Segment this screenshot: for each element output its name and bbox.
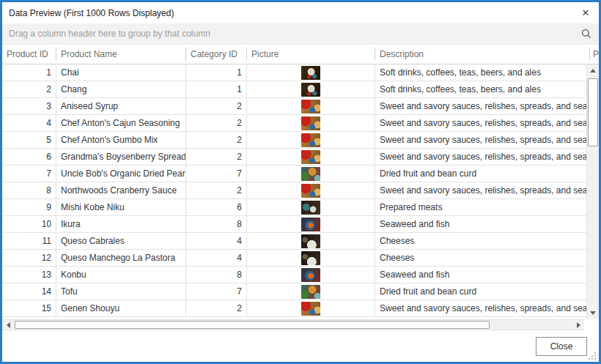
product-id-cell: 7	[2, 166, 56, 182]
table-row[interactable]: 8Northwoods Cranberry Sauce2Sweet and sa…	[2, 182, 599, 199]
table-row[interactable]: 9Mishi Kobe Niku6Prepared meats	[2, 199, 599, 216]
product-id-cell: 4	[2, 115, 56, 131]
column-header-product-id[interactable]: Product ID	[2, 45, 56, 64]
group-by-panel[interactable]: Drag a column header here to group by th…	[2, 23, 599, 44]
page-title: Data Preview (First 1000 Rows Displayed)	[9, 8, 174, 18]
search-icon[interactable]	[580, 28, 592, 40]
table-row[interactable]: 10Ikura8Seaweed and fish	[2, 216, 599, 233]
table-row[interactable]: 2Chang1Soft drinks, coffees, teas, beers…	[2, 81, 599, 98]
product-thumbnail	[301, 150, 320, 164]
product-id-cell: 8	[2, 182, 56, 198]
column-header-description[interactable]: Description	[375, 45, 590, 64]
product-name-cell: Chef Anton's Gumbo Mix	[56, 132, 186, 148]
product-id-cell: 6	[2, 149, 56, 165]
product-id-cell: 14	[2, 283, 56, 300]
description-cell: Sweet and savory sauces, relishes, sprea…	[375, 300, 599, 316]
column-header-clipped[interactable]: P	[590, 45, 599, 64]
product-thumbnail	[301, 133, 320, 147]
column-header-product-name[interactable]: Product Name	[56, 45, 186, 64]
category-id-cell: 2	[186, 149, 247, 165]
picture-cell	[247, 267, 375, 283]
product-name-cell: Grandma's Boysenberry Spread	[56, 149, 186, 165]
data-preview-dialog: Data Preview (First 1000 Rows Displayed)…	[0, 0, 601, 364]
product-id-cell: 11	[2, 233, 56, 249]
product-id-cell: 12	[2, 250, 56, 266]
category-id-cell: 1	[186, 64, 247, 81]
product-name-cell: Tofu	[56, 283, 186, 300]
product-thumbnail	[301, 66, 320, 80]
category-id-cell: 8	[186, 216, 247, 232]
description-cell: Sweet and savory sauces, relishes, sprea…	[375, 115, 599, 131]
product-thumbnail	[301, 100, 320, 114]
product-name-cell: Queso Cabrales	[56, 233, 186, 249]
group-panel-text: Drag a column header here to group by th…	[9, 29, 210, 39]
close-icon[interactable]: ✕	[579, 7, 592, 20]
category-id-cell: 6	[186, 199, 247, 215]
table-row[interactable]: 5Chef Anton's Gumbo Mix2Sweet and savory…	[2, 132, 599, 149]
scroll-up-icon[interactable]	[587, 64, 599, 77]
picture-cell	[247, 64, 375, 81]
description-cell: Cheeses	[375, 250, 599, 266]
category-id-cell: 2	[186, 300, 247, 316]
product-id-cell: 1	[2, 64, 56, 81]
description-cell: Soft drinks, coffees, teas, beers, and a…	[375, 64, 599, 81]
product-name-cell: Chai	[56, 64, 186, 81]
product-id-cell: 15	[2, 300, 56, 316]
product-thumbnail	[301, 83, 320, 97]
product-id-cell: 5	[2, 132, 56, 148]
column-header-category-id[interactable]: Category ID	[186, 45, 247, 64]
grid-body: 1Chai1Soft drinks, coffees, teas, beers,…	[2, 64, 599, 319]
product-name-cell: Uncle Bob's Organic Dried Pears	[56, 166, 186, 182]
description-cell: Sweet and savory sauces, relishes, sprea…	[375, 132, 599, 148]
table-row[interactable]: 11Queso Cabrales4Cheeses	[2, 233, 599, 250]
scroll-right-icon[interactable]	[573, 320, 584, 330]
scroll-left-icon[interactable]	[3, 320, 14, 330]
scroll-down-icon[interactable]	[587, 307, 599, 319]
picture-cell	[247, 216, 375, 232]
table-row[interactable]: 6Grandma's Boysenberry Spread2Sweet and …	[2, 149, 599, 166]
category-id-cell: 4	[186, 233, 247, 249]
product-id-cell: 13	[2, 267, 56, 283]
picture-cell	[247, 166, 375, 182]
picture-cell	[247, 233, 375, 249]
product-name-cell: Genen Shouyu	[56, 300, 186, 316]
description-cell: Cheeses	[375, 233, 599, 249]
product-thumbnail	[301, 201, 320, 215]
product-thumbnail	[301, 251, 320, 265]
vertical-scrollbar[interactable]	[586, 64, 599, 319]
horizontal-scrollbar[interactable]	[2, 319, 584, 330]
description-cell: Seaweed and fish	[375, 267, 599, 283]
picture-cell	[247, 132, 375, 148]
category-id-cell: 7	[186, 166, 247, 182]
resize-grip[interactable]	[586, 350, 596, 360]
table-row[interactable]: 14Tofu7Dried fruit and bean curd	[2, 283, 599, 300]
description-cell: Sweet and savory sauces, relishes, sprea…	[375, 98, 599, 114]
product-thumbnail	[301, 218, 320, 231]
description-cell: Sweet and savory sauces, relishes, sprea…	[375, 149, 599, 165]
picture-cell	[247, 81, 375, 97]
vertical-scrollbar-thumb[interactable]	[588, 78, 598, 146]
table-row[interactable]: 1Chai1Soft drinks, coffees, teas, beers,…	[2, 64, 599, 81]
column-header-picture[interactable]: Picture	[247, 45, 375, 64]
product-name-cell: Mishi Kobe Niku	[56, 199, 186, 215]
horizontal-scrollbar-thumb[interactable]	[15, 321, 490, 329]
product-thumbnail	[301, 184, 320, 198]
table-row[interactable]: 12Queso Manchego La Pastora4Cheeses	[2, 250, 599, 267]
table-row[interactable]: 13Konbu8Seaweed and fish	[2, 267, 599, 283]
description-cell: Seaweed and fish	[375, 216, 599, 232]
table-row[interactable]: 3Aniseed Syrup2Sweet and savory sauces, …	[2, 98, 599, 115]
table-row[interactable]: 15Genen Shouyu2Sweet and savory sauces, …	[2, 300, 599, 317]
product-thumbnail	[301, 285, 320, 299]
close-button[interactable]: Close	[536, 337, 587, 356]
picture-cell	[247, 115, 375, 131]
table-row[interactable]: 4Chef Anton's Cajun Seasoning2Sweet and …	[2, 115, 599, 132]
product-name-cell: Ikura	[56, 216, 186, 232]
product-thumbnail	[301, 116, 320, 130]
category-id-cell: 2	[186, 115, 247, 131]
picture-cell	[247, 149, 375, 165]
picture-cell	[247, 300, 375, 316]
product-name-cell: Chang	[56, 81, 186, 97]
picture-cell	[247, 182, 375, 198]
product-id-cell: 10	[2, 216, 56, 232]
table-row[interactable]: 7Uncle Bob's Organic Dried Pears7Dried f…	[2, 166, 599, 182]
